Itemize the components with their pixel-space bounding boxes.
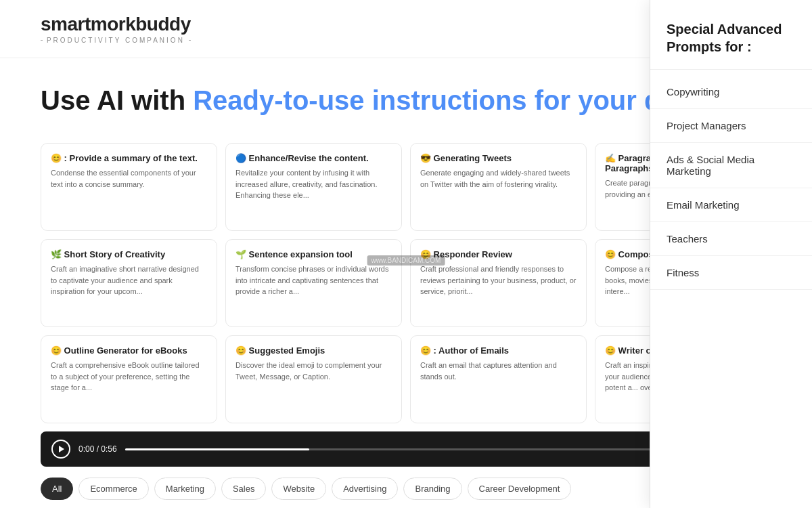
card-item[interactable]: 🔵 Enhance/Revise the content. Revitalize… [225, 143, 402, 231]
filter-tab-career-development[interactable]: Career Development [468, 478, 572, 500]
card-item[interactable]: 😊 Responder Review Craft professional an… [410, 239, 587, 327]
card-desc: Condense the essential components of you… [51, 167, 207, 190]
hero-heading-highlight: Ready-to-use instructions for your dai [193, 85, 683, 115]
card-desc: Generate engaging and widely-shared twee… [420, 167, 577, 190]
filter-tab-branding[interactable]: Branding [403, 478, 461, 500]
filter-tab-advertising[interactable]: Advertising [332, 478, 398, 500]
card-title: 🌿 Short Story of Creativity [51, 249, 207, 259]
filter-tab-website[interactable]: Website [271, 478, 326, 500]
card-title: 😎 Generating Tweets [420, 153, 577, 163]
card-item[interactable]: 😊 : Provide a summary of the text. Conde… [41, 143, 217, 231]
card-desc: Discover the ideal emoji to complement y… [235, 360, 392, 382]
card-title: 😊 : Author of Emails [420, 345, 577, 356]
sidebar-item-fitness[interactable]: Fitness [650, 256, 812, 290]
sidebar-item-teachers[interactable]: Teachers [650, 222, 812, 256]
filter-tab-ecommerce[interactable]: Ecommerce [78, 478, 148, 500]
card-desc: Craft a comprehensive eBook outline tail… [51, 360, 207, 394]
card-desc: Revitalize your content by infusing it w… [235, 167, 392, 201]
logo-text: smartmorkbuddy [41, 14, 191, 35]
filter-tab-sales[interactable]: Sales [221, 478, 267, 500]
card-item[interactable]: 🌱 Sentence expansion tool Transform conc… [225, 239, 402, 327]
filter-tab-marketing[interactable]: Marketing [154, 478, 216, 500]
card-title: 😊 Responder Review [420, 249, 577, 259]
card-item[interactable]: 😎 Generating Tweets Generate engaging an… [410, 143, 587, 231]
card-title: 😊 : Provide a summary of the text. [51, 153, 207, 163]
sidebar-item-ads-social-media-marketing[interactable]: Ads & Social Media Marketing [650, 143, 812, 188]
filter-tab-all[interactable]: All [41, 478, 73, 500]
card-item[interactable]: 🌿 Short Story of Creativity Craft an ima… [41, 239, 217, 327]
card-desc: Craft an email that captures attention a… [420, 360, 577, 382]
card-title: 😊 Outline Generator for eBooks [51, 345, 207, 356]
logo: smartmorkbuddy PRODUCTIVITY COMPANION [41, 14, 191, 44]
sidebar-header: Special Advanced Prompts for : [650, 20, 812, 70]
card-title: 😊 Suggested Emojis [235, 345, 392, 356]
sidebar-items-container: CopywritingProject ManagersAds & Social … [650, 75, 812, 290]
video-progress-bar[interactable] [125, 448, 739, 450]
card-desc: Transform concise phrases or individual … [235, 263, 392, 297]
sidebar-item-copywriting[interactable]: Copywriting [650, 75, 812, 109]
card-item[interactable]: 😊 Outline Generator for eBooks Craft a c… [41, 335, 217, 423]
play-button[interactable] [51, 440, 70, 459]
card-item[interactable]: 😊 Suggested Emojis Discover the ideal em… [225, 335, 402, 423]
card-desc: Craft an imaginative short narrative des… [51, 263, 207, 297]
card-item[interactable]: 😊 : Author of Emails Craft an email that… [410, 335, 587, 423]
logo-subtitle: PRODUCTIVITY COMPANION [41, 37, 191, 44]
hero-heading-normal: Use AI with [41, 85, 193, 115]
video-time: 0:00 / 0:56 [78, 444, 117, 454]
sidebar-item-email-marketing[interactable]: Email Marketing [650, 188, 812, 222]
card-title: 🌱 Sentence expansion tool [235, 249, 392, 259]
sidebar-panel: Special Advanced Prompts for : Copywriti… [650, 0, 812, 508]
video-progress-fill [125, 448, 309, 450]
sidebar-item-project-managers[interactable]: Project Managers [650, 109, 812, 143]
card-desc: Craft professional and friendly response… [420, 263, 577, 297]
card-title: 🔵 Enhance/Revise the content. [235, 153, 392, 163]
